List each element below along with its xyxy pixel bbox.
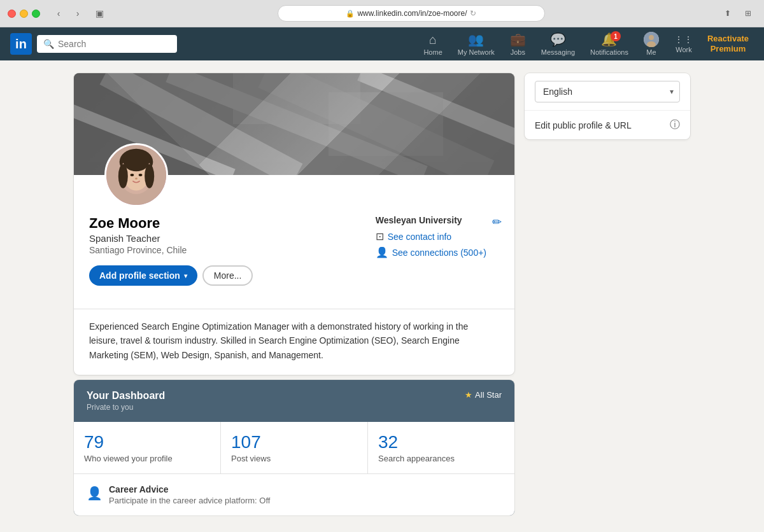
nav-label-notifications: Notifications xyxy=(590,48,628,56)
language-selector[interactable]: English Español Français Deutsch xyxy=(535,81,680,102)
profile-actions: Add profile section ▾ More... xyxy=(89,265,253,286)
jobs-icon: 💼 xyxy=(510,32,526,47)
more-button[interactable]: More... xyxy=(202,265,253,286)
profile-bio: Experienced Search Engine Optimization M… xyxy=(74,319,514,375)
post-views-number: 107 xyxy=(231,432,357,452)
see-contact-info-link[interactable]: ⊡ See contact info xyxy=(376,230,486,242)
svg-point-16 xyxy=(145,164,154,188)
career-advice-title: Career Advice xyxy=(109,484,270,494)
see-connections-link[interactable]: 👤 See connections (500+) xyxy=(376,246,486,258)
info-icon: ⓘ xyxy=(670,118,680,132)
add-profile-section-button[interactable]: Add profile section ▾ xyxy=(89,265,197,286)
stat-post-views[interactable]: 107 Post views xyxy=(221,422,368,473)
allstar-badge: ★ All Star xyxy=(465,390,502,400)
reactivate-line2: Premium xyxy=(711,44,746,53)
search-appearances-number: 32 xyxy=(378,432,504,452)
stat-profile-views[interactable]: 79 Who viewed your profile xyxy=(74,422,221,473)
profile-views-label: Who viewed your profile xyxy=(84,454,210,463)
nav-label-work: Work xyxy=(676,46,691,53)
search-icon: 🔍 xyxy=(43,39,54,49)
nav-item-work[interactable]: ⋮⋮ Work xyxy=(668,27,700,60)
profile-column: ✏ Zoe Moore Spanish Teacher Santiago Pro… xyxy=(74,73,514,515)
career-advice-icon: 👤 xyxy=(87,486,103,501)
profile-name: Zoe Moore xyxy=(89,215,253,232)
svg-rect-10 xyxy=(329,92,443,156)
dashboard-header: Your Dashboard Private to you ★ All Star xyxy=(74,380,514,414)
nav-items: ⌂ Home 👥 My Network 💼 Jobs 💬 Messaging 🔔… xyxy=(417,27,754,60)
svg-point-1 xyxy=(649,35,654,40)
profile-school: Wesleyan University xyxy=(376,215,486,225)
close-button[interactable] xyxy=(8,10,16,18)
svg-point-18 xyxy=(131,174,134,176)
nav-item-home[interactable]: ⌂ Home xyxy=(417,27,448,60)
profile-divider xyxy=(74,309,514,309)
notifications-badge: 1 xyxy=(611,31,621,41)
home-icon: ⌂ xyxy=(429,32,437,47)
svg-point-20 xyxy=(135,178,138,179)
stat-search-appearances[interactable]: 32 Search appearances xyxy=(368,422,514,473)
profile-right-section: Wesleyan University ⊡ See contact info 👤… xyxy=(376,215,499,286)
dashboard-subtitle: Private to you xyxy=(87,403,165,412)
dashboard-stats: 79 Who viewed your profile 107 Post view… xyxy=(74,422,514,473)
lock-icon: 🔒 xyxy=(346,10,355,18)
language-selector-wrapper: English Español Français Deutsch ▾ xyxy=(525,73,690,110)
see-connections-label: See connections (500+) xyxy=(392,248,486,258)
linkedin-logo[interactable]: in xyxy=(10,33,32,55)
edit-profile-pencil[interactable]: ✏ xyxy=(492,215,502,229)
search-input[interactable] xyxy=(58,39,171,49)
edit-public-profile-link[interactable]: Edit public profile & URL ⓘ xyxy=(525,110,690,139)
post-views-label: Post views xyxy=(231,454,357,463)
dashboard-card: Your Dashboard Private to you ★ All Star… xyxy=(74,380,514,515)
career-advice-section: 👤 Career Advice Participate in the caree… xyxy=(74,473,514,515)
allstar-label: All Star xyxy=(475,390,502,400)
dashboard-title: Your Dashboard xyxy=(87,390,165,402)
reactivate-premium-button[interactable]: Reactivate Premium xyxy=(702,34,754,53)
profile-photo-wrapper xyxy=(104,143,168,207)
nav-item-network[interactable]: 👥 My Network xyxy=(451,27,501,60)
profile-views-number: 79 xyxy=(84,432,210,452)
nav-label-jobs: Jobs xyxy=(511,48,525,56)
reactivate-line1: Reactivate xyxy=(707,34,749,43)
contact-info-icon: ⊡ xyxy=(376,230,384,242)
address-bar: 🔒 www.linkedin.com/in/zoe-moore/ ↻ xyxy=(113,5,709,22)
see-contact-info-label: See contact info xyxy=(388,232,451,242)
share-button[interactable]: ⬆ xyxy=(719,7,736,20)
nav-label-home: Home xyxy=(423,48,442,56)
linkedin-navbar: in 🔍 ⌂ Home 👥 My Network 💼 Jobs 💬 Messag… xyxy=(0,27,764,60)
nav-item-jobs[interactable]: 💼 Jobs xyxy=(504,27,532,60)
network-icon: 👥 xyxy=(468,32,484,47)
search-box[interactable]: 🔍 xyxy=(37,35,177,53)
search-appearances-label: Search appearances xyxy=(378,454,504,463)
sidebar-toggle-button[interactable]: ▣ xyxy=(91,7,108,20)
work-icon: ⋮⋮ xyxy=(674,34,693,45)
avatar xyxy=(644,32,659,47)
profile-headline: Spanish Teacher xyxy=(89,233,253,244)
star-icon: ★ xyxy=(465,390,472,400)
svg-point-17 xyxy=(123,150,149,172)
profile-info-section: ✏ Zoe Moore Spanish Teacher Santiago Pro… xyxy=(74,207,514,298)
nav-label-messaging: Messaging xyxy=(541,48,575,56)
nav-item-me[interactable]: Me xyxy=(637,27,665,60)
url-text: www.linkedin.com/in/zoe-moore/ xyxy=(357,9,467,18)
minimize-button[interactable] xyxy=(20,10,28,18)
nav-item-messaging[interactable]: 💬 Messaging xyxy=(535,27,581,60)
back-button[interactable]: ‹ xyxy=(50,7,67,20)
main-layout: ✏ Zoe Moore Spanish Teacher Santiago Pro… xyxy=(64,60,700,528)
profile-location: Santiago Province, Chile xyxy=(89,245,253,255)
bookmark-button[interactable]: ⊞ xyxy=(740,7,756,20)
svg-point-19 xyxy=(139,174,143,176)
svg-point-15 xyxy=(118,164,128,188)
nav-item-notifications[interactable]: 🔔 1 Notifications xyxy=(584,27,635,60)
career-advice-desc: Participate in the career advice platfor… xyxy=(109,496,270,505)
profile-photo xyxy=(104,143,168,207)
maximize-button[interactable] xyxy=(32,10,40,18)
profile-card: ✏ Zoe Moore Spanish Teacher Santiago Pro… xyxy=(74,73,514,375)
add-profile-section-label: Add profile section xyxy=(99,270,180,281)
sidebar-column: English Español Français Deutsch ▾ Edit … xyxy=(525,73,690,515)
traffic-lights xyxy=(8,10,40,18)
messaging-icon: 💬 xyxy=(550,32,566,47)
language-card: English Español Français Deutsch ▾ Edit … xyxy=(525,73,690,139)
nav-label-network: My Network xyxy=(458,48,495,56)
chevron-down-icon: ▾ xyxy=(184,272,187,279)
forward-button[interactable]: › xyxy=(69,7,86,20)
